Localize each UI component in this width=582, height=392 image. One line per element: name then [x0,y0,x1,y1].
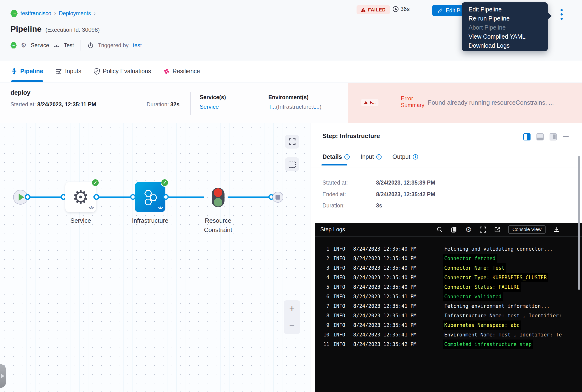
info-icon[interactable]: i [413,154,418,160]
execution-tabbar: Pipeline Inputs Policy Evaluations Resil… [0,60,582,82]
stage-started: Started at: 8/24/2023, 12:35:11 PM [10,101,96,108]
tab-output-label: Output [393,153,410,160]
tab-resilience[interactable]: Resilience [163,60,200,82]
pipeline-icon [11,68,17,75]
error-summary-message[interactable]: Found already running resourceConstrains… [428,99,576,106]
menu-item-view-compiled-yaml[interactable]: View Compiled YAML [462,32,548,41]
tab-output[interactable]: Output i [393,153,418,166]
services-header: Service(s) [200,94,226,100]
warning-triangle-icon [364,101,368,104]
download-icon[interactable] [554,226,560,233]
port-infra-out[interactable] [163,194,169,200]
log-line: 10INFO8/24/2023 12:35:41 PMEnvironment N… [315,330,582,340]
environment-value: T...(Infrastructure:t...) [268,104,322,110]
open-external-icon[interactable] [494,226,500,233]
pipeline-canvas[interactable]: ⚙ ✓ </> ✓ </> Service Infrastructure Res… [0,123,310,392]
stage-duration: Duration: 32s [147,101,179,108]
red-light-icon [214,188,222,197]
success-check-icon: ✓ [91,178,99,187]
success-check-icon: ✓ [161,178,169,187]
zoom-out-button[interactable]: − [289,321,295,330]
log-line: 2INFO8/24/2023 12:35:40 PMConnector fetc… [315,254,582,263]
stage-summary-bar: deploy Started at: 8/24/2023, 12:35:11 P… [0,83,582,123]
log-line: 3INFO8/24/2023 12:35:40 PMConnector Name… [315,263,582,273]
infrastructure-node-label: Infrastructure [130,217,170,224]
resource-constraint-node-label: Resource Constraint [200,217,236,234]
error-summary-strip: F... Error Summary Found already running… [348,83,582,123]
zoom-in-button[interactable]: + [289,304,295,314]
tab-pipeline[interactable]: Pipeline [11,60,43,82]
field-ended-value: 8/24/2023, 12:35:42 PM [376,191,435,198]
log-line: 11INFO8/24/2023 12:35:42 PMCompleted inf… [315,340,582,349]
panel-scrollbar[interactable] [578,156,580,290]
shield-check-icon [94,68,100,75]
console-view-button[interactable]: Console View [508,225,546,234]
port-service-out[interactable] [93,194,99,200]
gear-icon: ⚙ [72,188,89,206]
chevron-right-icon: › [94,10,95,17]
canvas-select-button[interactable] [285,157,299,171]
infrastructure-link[interactable]: t... [313,104,320,110]
canvas-fullscreen-button[interactable] [285,135,299,148]
tab-input[interactable]: Input i [361,153,382,166]
left-panel-expand-handle[interactable] [0,364,6,388]
stopwatch-icon [87,42,94,48]
breadcrumb-project-link[interactable]: testfrancisco [20,10,51,17]
tab-details[interactable]: Details i [322,153,350,166]
port-start-out[interactable] [25,194,30,200]
tab-policy-evaluations[interactable]: Policy Evaluations [94,60,151,82]
layout-floating-icon[interactable] [550,133,557,140]
tab-policy-evaluations-label: Policy Evaluations [103,68,151,75]
layout-bottom-drawer-icon[interactable] [537,133,544,140]
pipeline-end-node[interactable] [272,192,283,203]
error-summary-label: Error Summary [401,95,424,108]
edge-start-to-service [27,196,65,198]
search-icon[interactable] [437,226,443,233]
log-settings-gear-icon[interactable]: ⚙ [465,226,472,233]
menu-item-edit-pipeline[interactable]: Edit Pipeline [462,5,548,14]
breadcrumb-deployments-link[interactable]: Deployments [59,10,91,17]
resource-constraint-node[interactable] [212,188,224,207]
environment-meta-label[interactable]: Test [64,42,74,49]
page-title: Pipeline [10,24,41,34]
log-line: 4INFO8/24/2023 12:35:40 PMConnector Type… [315,273,582,282]
elapsed-time: 36s [393,6,410,12]
stage-services-column: Service(s) Service [200,94,226,110]
stage-environments-column: Environment(s) T...(Infrastructure:t...) [268,94,322,110]
divider [80,40,81,50]
infrastructure-node[interactable]: ✓ </> [135,182,165,212]
app-root: ∞ testfrancisco › Deployments › Pipeline… [0,0,582,392]
environment-link[interactable]: T... [268,104,276,110]
panel-layout-controls [523,133,569,140]
menu-item-download-logs[interactable]: Download Logs [462,41,548,50]
title-row: Pipeline (Execution Id: 30098) [10,24,100,34]
tab-inputs[interactable]: Inputs [55,60,81,82]
service-link[interactable]: Service [200,104,219,110]
fullscreen-icon[interactable] [480,226,486,233]
play-icon [18,194,24,201]
layout-right-drawer-icon[interactable] [523,133,531,140]
field-started-label: Started at: [322,180,348,186]
clock-icon [393,6,399,12]
stage-duration-value: 32s [170,101,179,108]
triggered-by-user-link[interactable]: test [133,42,142,49]
chevron-right-icon [1,374,4,378]
inputs-icon [55,68,62,74]
field-started-value: 8/24/2023, 12:35:39 PM [376,180,435,186]
copy-icon[interactable] [451,226,457,233]
more-options-kebab-icon[interactable] [561,9,563,20]
service-node[interactable]: ⚙ ✓ </> [65,182,96,212]
menu-item-abort-pipeline[interactable]: Abort Pipeline [462,23,548,32]
warning-triangle-icon [361,8,366,12]
step-logs-console: Step Logs ⚙ Console View 1INFO8/24/2023 … [315,223,582,392]
service-meta-label[interactable]: Service [31,42,49,49]
info-icon[interactable]: i [344,154,350,160]
info-icon[interactable]: i [376,154,382,160]
field-ended-label: Ended at: [322,191,346,198]
menu-item-rerun-pipeline[interactable]: Re-run Pipeline [462,14,548,23]
elapsed-time-value: 36s [400,6,410,12]
minimize-panel-icon[interactable] [563,136,569,137]
stage-name[interactable]: deploy [10,89,30,96]
step-logs-body[interactable]: 1INFO8/24/2023 12:35:40 PMFetching and v… [315,236,582,392]
log-line: 8INFO8/24/2023 12:35:41 PMInfrastructure… [315,311,582,320]
